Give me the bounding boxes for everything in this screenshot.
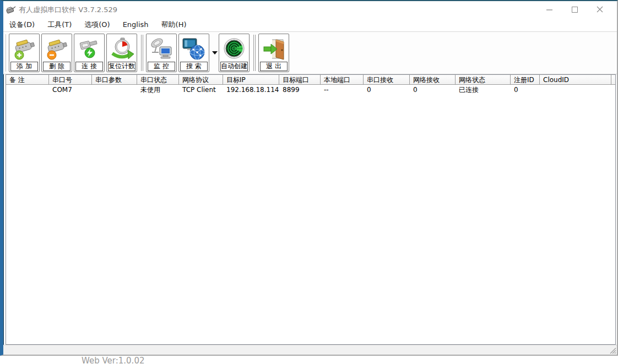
window-controls [536,1,612,18]
toolbar-button-add[interactable]: 添 加 [9,34,40,72]
col-header-filler [611,75,615,85]
col-header-local-port[interactable]: 本地端口 [321,75,364,85]
cell-target-port: 8899 [279,85,321,95]
minimize-button[interactable] [536,1,562,18]
toolbar-gripline [6,34,7,72]
menu-bar: 设备(D) 工具(T) 选项(O) English 帮助(H) [3,18,617,31]
serial-port-add-icon [12,36,37,62]
background-window-strip: Web Ver:1.0.02 [0,356,618,364]
app-icon [6,5,16,14]
toolbar-button-auto-create[interactable]: 自动创建 [219,34,250,72]
col-header-net-received[interactable]: 网络接收 [410,75,456,85]
dropdown-arrow-icon [212,51,218,55]
menu-help[interactable]: 帮助(H) [157,18,191,31]
cell-com-port: COM7 [49,85,92,95]
cell-serial-params [92,85,137,95]
cell-net-status: 已连接 [456,85,511,95]
toolbar-button-search[interactable]: 搜 索 [178,34,209,72]
radar-icon [221,36,247,62]
window-title: 有人虚拟串口软件 V3.7.2.529 [19,5,117,15]
col-header-target-port[interactable]: 目标端口 [279,75,321,85]
toolbar-button-exit-label: 退 出 [260,62,288,71]
list-header: 备 注 串口号 串口参数 串口状态 网络协议 目标IP 目标端口 本地端口 串口… [6,75,615,85]
toolbar-button-connect-label: 连 接 [75,62,103,71]
cell-note [6,85,49,95]
search-dropdown-button[interactable] [211,34,219,72]
toolbar-button-add-label: 添 加 [10,62,38,71]
network-search-icon [181,36,207,62]
col-header-net-protocol[interactable]: 网络协议 [179,75,223,85]
toolbar: 添 加 删 除 [3,31,617,74]
col-header-com-port[interactable]: 串口号 [49,75,92,85]
minimize-icon [546,6,553,13]
col-header-serial-received[interactable]: 串口接收 [364,75,410,85]
cell-serial-status: 未使用 [137,85,179,95]
menu-tools[interactable]: 工具(T) [43,18,76,31]
cell-serial-received: 0 [364,85,410,95]
close-icon [596,6,604,13]
cell-cloud-id [540,85,611,95]
toolbar-button-auto-create-label: 自动创建 [220,62,248,71]
toolbar-separator [141,35,143,71]
col-header-cloud-id[interactable]: CloudID [540,75,611,85]
toolbar-button-exit[interactable]: 退 出 [258,34,289,72]
col-header-serial-status[interactable]: 串口状态 [137,75,179,85]
status-bar [3,345,617,355]
toolbar-button-delete-label: 删 除 [43,62,71,71]
app-window: 有人虚拟串口软件 V3.7.2.529 设备(D) 工具(T) 选项(O) En… [0,0,618,356]
close-button[interactable] [587,1,612,18]
cell-target-ip: 192.168.18.114 [223,85,279,95]
resize-grip[interactable] [609,346,616,354]
serial-port-delete-icon [44,36,69,62]
maximize-button[interactable] [562,1,587,18]
title-bar: 有人虚拟串口软件 V3.7.2.529 [3,1,617,18]
toolbar-button-reset-count[interactable]: 复位计数 [106,34,137,72]
toolbar-button-delete[interactable]: 删 除 [41,34,72,72]
port-list-view: 备 注 串口号 串口参数 串口状态 网络协议 目标IP 目标端口 本地端口 串口… [6,74,616,345]
table-row[interactable]: COM7 未使用 TCP Client 192.168.18.114 8899 … [6,85,615,95]
toolbar-button-monitor[interactable]: 监 控 [146,34,177,72]
maximize-icon [571,6,578,13]
menu-device[interactable]: 设备(D) [5,18,39,31]
menu-english[interactable]: English [118,19,153,30]
web-version-text: Web Ver:1.0.02 [82,356,144,364]
col-header-net-status[interactable]: 网络状态 [456,75,511,85]
toolbar-button-search-label: 搜 索 [180,62,208,71]
connector-lightning-icon [77,36,102,62]
cell-net-protocol: TCP Client [179,85,223,95]
toolbar-button-reset-count-label: 复位计数 [108,62,135,71]
col-header-register-id[interactable]: 注册ID [511,75,540,85]
cell-register-id: 0 [511,85,540,95]
exit-door-icon [261,36,286,62]
col-header-serial-params[interactable]: 串口参数 [92,75,137,85]
col-header-target-ip[interactable]: 目标IP [223,75,279,85]
cell-net-received: 0 [410,85,456,95]
stopwatch-reset-icon [109,36,134,62]
menu-options[interactable]: 选项(O) [80,18,114,31]
toolbar-button-connect[interactable]: 连 接 [74,34,105,72]
cell-local-port: -- [321,85,364,95]
satellite-monitor-icon [149,36,174,62]
col-header-note[interactable]: 备 注 [6,75,49,85]
toolbar-button-monitor-label: 监 控 [148,62,175,71]
toolbar-separator [253,35,256,71]
